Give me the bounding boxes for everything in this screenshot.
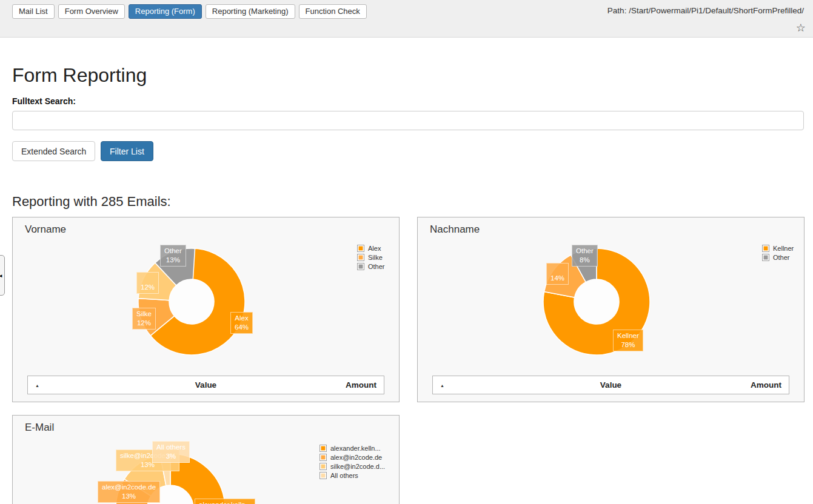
email-chart-title: E-Mail bbox=[25, 422, 54, 434]
email-point-label-alex@in2code.de: alex@in2code.de13% bbox=[98, 481, 160, 503]
bookmark-star-icon[interactable]: ☆ bbox=[796, 22, 806, 34]
reporting-heading: Reporting with 285 Emails: bbox=[12, 194, 171, 210]
nachname-donut-chart bbox=[418, 217, 804, 402]
nachname-point-label-Kellner: Kellner78% bbox=[613, 330, 643, 351]
legend-label: silke@in2code.d... bbox=[330, 463, 385, 470]
panel-email: alexander.kelln...71%alex@in2code.de13%s… bbox=[12, 415, 400, 504]
column-header-value[interactable]: Value bbox=[433, 380, 789, 390]
legend-swatch-icon bbox=[320, 454, 327, 461]
legend-swatch-icon bbox=[357, 263, 364, 270]
vorname-chart-title: Vorname bbox=[25, 224, 66, 236]
legend-item: All others bbox=[320, 472, 385, 479]
legend-swatch-icon bbox=[320, 472, 327, 479]
legend-label: Other bbox=[773, 254, 790, 261]
legend-label: Other bbox=[368, 263, 385, 270]
vorname-table-header[interactable]: ▲ Value Amount bbox=[27, 376, 384, 394]
vorname-legend: AlexSilkeOther bbox=[357, 245, 385, 270]
email-chart-region: alexander.kelln...71%alex@in2code.de13%s… bbox=[13, 416, 399, 504]
page-title: Form Reporting bbox=[12, 64, 147, 87]
fulltext-search-input[interactable] bbox=[12, 111, 804, 130]
vorname-point-label-Silke: Silke12% bbox=[132, 308, 156, 330]
filter-list-button[interactable]: Filter List bbox=[101, 141, 153, 161]
legend-swatch-icon bbox=[762, 254, 769, 261]
nachname-chart-region: Kellner78% 14%Other8%KellnerOther bbox=[418, 217, 804, 402]
vorname-chart-region: Alex64%Silke12% 12%Other13%AlexSilkeOthe… bbox=[13, 217, 399, 402]
extended-search-button[interactable]: Extended Search bbox=[12, 141, 95, 161]
panel-nachname: Kellner78% 14%Other8%KellnerOther Nachna… bbox=[417, 217, 805, 402]
legend-swatch-icon bbox=[762, 245, 769, 252]
legend-swatch-icon bbox=[357, 254, 364, 261]
top-toolbar: Mail List Form Overview Reporting (Form)… bbox=[0, 0, 813, 38]
legend-item: alexander.kelln... bbox=[320, 445, 385, 452]
legend-swatch-icon bbox=[320, 445, 327, 452]
legend-label: Kellner bbox=[773, 245, 794, 252]
email-point-label-alexander.kelln...: alexander.kelln...71% bbox=[195, 499, 255, 504]
tab-reporting-form[interactable]: Reporting (Form) bbox=[129, 4, 202, 19]
column-header-amount[interactable]: Amount bbox=[346, 380, 376, 390]
page-path-breadcrumb: Path: /Start/Powermail/Pi1/Default/Short… bbox=[607, 6, 804, 15]
legend-item: Alex bbox=[357, 245, 385, 252]
collapse-arrow-icon: ◄ bbox=[0, 273, 3, 278]
nachname-legend: KellnerOther bbox=[762, 245, 794, 261]
legend-item: Silke bbox=[357, 254, 385, 261]
vorname-point-label-Other: Other13% bbox=[160, 245, 186, 267]
legend-label: Silke bbox=[368, 254, 383, 261]
tab-reporting-marketing[interactable]: Reporting (Marketing) bbox=[206, 4, 295, 19]
legend-swatch-icon bbox=[320, 463, 327, 470]
fulltext-search-label: Fulltext Search: bbox=[12, 96, 76, 106]
nachname-point-label-slice1: 14% bbox=[546, 263, 569, 285]
legend-item: Kellner bbox=[762, 245, 794, 252]
nachname-table-header[interactable]: ▲ Value Amount bbox=[432, 376, 789, 394]
nachname-point-label-Other: Other8% bbox=[572, 245, 598, 267]
module-tabs: Mail List Form Overview Reporting (Form)… bbox=[12, 4, 367, 19]
legend-swatch-icon bbox=[357, 245, 364, 252]
tab-mail-list[interactable]: Mail List bbox=[12, 4, 55, 19]
legend-label: alex@in2code.de bbox=[330, 454, 382, 461]
legend-label: All others bbox=[330, 472, 358, 479]
tab-function-check[interactable]: Function Check bbox=[299, 4, 367, 19]
tab-form-overview[interactable]: Form Overview bbox=[58, 4, 125, 19]
legend-label: alexander.kelln... bbox=[330, 445, 381, 452]
panel-vorname: Alex64%Silke12% 12%Other13%AlexSilkeOthe… bbox=[12, 217, 400, 402]
email-legend: alexander.kelln...alex@in2code.desilke@i… bbox=[320, 445, 385, 479]
legend-item: Other bbox=[762, 254, 794, 261]
column-header-amount[interactable]: Amount bbox=[751, 380, 781, 390]
vorname-point-label-slice2: 12% bbox=[136, 272, 159, 294]
sidebar-collapse-handle[interactable]: ◄ bbox=[0, 255, 5, 296]
legend-label: Alex bbox=[368, 245, 381, 252]
vorname-donut-chart bbox=[13, 217, 399, 402]
legend-item: silke@in2code.d... bbox=[320, 463, 385, 470]
column-header-value[interactable]: Value bbox=[28, 380, 384, 390]
legend-item: Other bbox=[357, 263, 385, 270]
email-point-label-All others: All others3% bbox=[152, 441, 190, 463]
legend-item: alex@in2code.de bbox=[320, 454, 385, 461]
vorname-point-label-Alex: Alex64% bbox=[230, 312, 253, 334]
nachname-chart-title: Nachname bbox=[430, 224, 480, 236]
